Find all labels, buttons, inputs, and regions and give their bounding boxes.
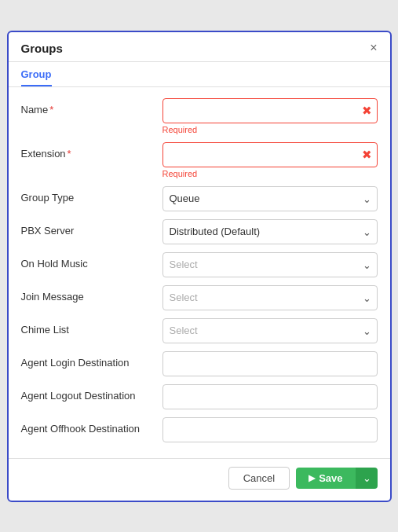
clear-icon-ext[interactable]: ✖ [362, 148, 372, 162]
group-type-select[interactable]: Queue Ring Group Hunt Group [162, 186, 378, 211]
save-button[interactable]: ▶ Save [296, 468, 355, 489]
error-extension: Required [162, 169, 378, 178]
label-join-message: Join Message [21, 285, 162, 303]
join-message-select[interactable]: Select [162, 285, 378, 310]
extension-input[interactable] [162, 142, 378, 167]
form-row-agent-offhook: Agent Offhook Destination [21, 417, 378, 442]
field-name: ✖ Required [162, 98, 378, 134]
select-wrap-group-type: Queue Ring Group Hunt Group ⌄ [162, 186, 378, 211]
label-extension: Extension* [21, 142, 162, 160]
save-label: Save [319, 472, 342, 484]
chevron-down-icon-save: ⌄ [363, 472, 371, 484]
field-group-type: Queue Ring Group Hunt Group ⌄ [162, 186, 378, 211]
label-agent-offhook: Agent Offhook Destination [21, 417, 162, 435]
field-agent-login [162, 351, 378, 376]
close-button[interactable]: × [370, 42, 377, 54]
form-body: Name* ✖ Required Extension* ✖ Required [9, 87, 390, 458]
field-agent-offhook [162, 417, 378, 442]
select-wrap-pbx-server: Distributed (Default) ⌄ [162, 219, 378, 244]
save-button-wrap: ▶ Save ⌄ [296, 468, 377, 489]
tab-row: Group [9, 62, 390, 87]
cancel-button[interactable]: Cancel [228, 467, 290, 490]
dialog-title: Groups [21, 42, 63, 55]
required-star-ext: * [68, 148, 71, 160]
label-name: Name* [21, 98, 162, 116]
dialog-footer: Cancel ▶ Save ⌄ [9, 458, 390, 501]
label-hold-music: On Hold Music [21, 252, 162, 270]
field-join-message: Select ⌄ [162, 285, 378, 310]
field-chime-list: Select ⌄ [162, 318, 378, 343]
label-group-type: Group Type [21, 186, 162, 204]
select-wrap-hold-music: Select ⌄ [162, 252, 378, 277]
agent-offhook-input[interactable] [162, 417, 378, 442]
pbx-server-select[interactable]: Distributed (Default) [162, 219, 378, 244]
form-row-agent-logout: Agent Logout Destination [21, 384, 378, 409]
input-wrap-extension: ✖ [162, 142, 378, 167]
field-extension: ✖ Required [162, 142, 378, 178]
groups-dialog: Groups × Group Name* ✖ Required Extensio… [7, 31, 392, 502]
form-row-chime-list: Chime List Select ⌄ [21, 318, 378, 343]
label-chime-list: Chime List [21, 318, 162, 336]
agent-login-input[interactable] [162, 351, 378, 376]
play-icon: ▶ [309, 473, 315, 483]
tab-group[interactable]: Group [21, 68, 52, 86]
label-agent-login: Agent Login Destination [21, 351, 162, 369]
label-pbx-server: PBX Server [21, 219, 162, 237]
label-agent-logout: Agent Logout Destination [21, 384, 162, 402]
field-agent-logout [162, 384, 378, 409]
agent-logout-input[interactable] [162, 384, 378, 409]
form-row-group-type: Group Type Queue Ring Group Hunt Group ⌄ [21, 186, 378, 211]
form-row-join-message: Join Message Select ⌄ [21, 285, 378, 310]
form-row-name: Name* ✖ Required [21, 98, 378, 134]
form-row-extension: Extension* ✖ Required [21, 142, 378, 178]
select-wrap-chime-list: Select ⌄ [162, 318, 378, 343]
field-pbx-server: Distributed (Default) ⌄ [162, 219, 378, 244]
save-dropdown-button[interactable]: ⌄ [356, 468, 378, 489]
required-star-name: * [49, 104, 53, 116]
clear-icon-name[interactable]: ✖ [362, 104, 372, 118]
hold-music-select[interactable]: Select [162, 252, 378, 277]
chime-list-select[interactable]: Select [162, 318, 378, 343]
field-hold-music: Select ⌄ [162, 252, 378, 277]
dialog-header: Groups × [9, 32, 390, 62]
form-row-agent-login: Agent Login Destination [21, 351, 378, 376]
input-wrap-name: ✖ [162, 98, 378, 123]
form-row-hold-music: On Hold Music Select ⌄ [21, 252, 378, 277]
form-row-pbx-server: PBX Server Distributed (Default) ⌄ [21, 219, 378, 244]
select-wrap-join-message: Select ⌄ [162, 285, 378, 310]
name-input[interactable] [162, 98, 378, 123]
error-name: Required [162, 125, 378, 134]
